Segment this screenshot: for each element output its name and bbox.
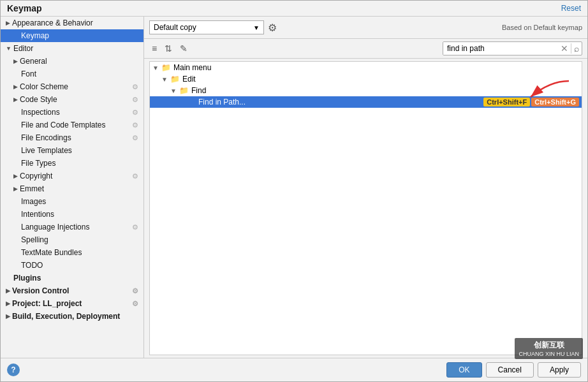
sidebar-item-language-injections[interactable]: Language Injections⚙ bbox=[1, 221, 143, 233]
tree-expand-find: ▼ bbox=[170, 87, 179, 94]
expand-arrow-editor: ▼ bbox=[6, 45, 11, 52]
gear-icon-copyright: ⚙ bbox=[132, 172, 138, 180]
keymap-select-row: Default copy ▼ ⚙ Based on Default keymap bbox=[144, 17, 587, 39]
keymap-dropdown-value: Default copy bbox=[154, 23, 196, 32]
sidebar-item-version-control[interactable]: ▶Version Control⚙ bbox=[1, 284, 143, 297]
expand-arrow-color-scheme: ▶ bbox=[13, 84, 18, 90]
tree-item-edit[interactable]: ▼📁Edit bbox=[150, 73, 582, 85]
sidebar-item-emmet[interactable]: ▶Emmet bbox=[1, 182, 143, 195]
expand-arrow-emmet: ▶ bbox=[13, 186, 18, 192]
sidebar-item-intentions[interactable]: Intentions bbox=[1, 208, 143, 221]
tree-expand-main-menu: ▼ bbox=[152, 64, 161, 71]
expand-arrow-appearance-behavior: ▶ bbox=[6, 20, 10, 26]
search-box: ✕ ⌕ bbox=[443, 41, 582, 55]
reset-link[interactable]: Reset bbox=[561, 4, 581, 13]
gear-icon-color-scheme: ⚙ bbox=[132, 83, 138, 91]
shortcut-find-in-path-0: Ctrl+Shift+F bbox=[483, 98, 530, 107]
sidebar-label-version-control: Version Control bbox=[12, 286, 131, 295]
sidebar-item-plugins[interactable]: Plugins bbox=[1, 272, 143, 284]
apply-button[interactable]: Apply bbox=[538, 362, 581, 378]
sidebar-label-spelling: Spelling bbox=[21, 235, 138, 244]
gear-icon-project: ⚙ bbox=[132, 300, 138, 308]
watermark: 创新互联 CHUANG XIN HU LIAN bbox=[515, 338, 583, 359]
sidebar-item-file-code-templates[interactable]: File and Code Templates⚙ bbox=[1, 119, 143, 131]
sidebar-item-editor[interactable]: ▼Editor bbox=[1, 42, 143, 55]
sidebar-item-keymap[interactable]: Keymap bbox=[1, 29, 143, 42]
sidebar-item-file-encodings[interactable]: File Encodings⚙ bbox=[1, 131, 143, 144]
keymap-dropdown[interactable]: Default copy ▼ bbox=[149, 20, 264, 34]
gear-icon-code-style: ⚙ bbox=[132, 96, 138, 104]
sidebar-item-code-style[interactable]: ▶Code Style⚙ bbox=[1, 93, 143, 106]
sidebar-label-keymap: Keymap bbox=[21, 31, 138, 40]
expand-arrow-build-exec: ▶ bbox=[6, 313, 10, 320]
sidebar-label-general: General bbox=[20, 57, 138, 66]
shortcut-badges-find-in-path: Ctrl+Shift+FCtrl+Shift+G bbox=[483, 98, 579, 107]
settings-sidebar: ▶Appearance & BehaviorKeymap▼Editor▶Gene… bbox=[1, 17, 144, 358]
sidebar-label-copyright: Copyright bbox=[20, 172, 131, 180]
tree-label-edit: Edit bbox=[182, 75, 579, 84]
cancel-button[interactable]: Cancel bbox=[486, 362, 534, 378]
sidebar-label-intentions: Intentions bbox=[21, 210, 138, 219]
sidebar-item-file-types[interactable]: File Types bbox=[1, 157, 143, 170]
sidebar-item-textmate-bundles[interactable]: TextMate Bundles bbox=[1, 246, 143, 259]
search-input[interactable] bbox=[443, 42, 558, 55]
sidebar-item-copyright[interactable]: ▶Copyright⚙ bbox=[1, 170, 143, 182]
sidebar-item-inspections[interactable]: Inspections⚙ bbox=[1, 106, 143, 119]
gear-icon-file-code-templates: ⚙ bbox=[132, 121, 138, 129]
tree-item-find-in-path[interactable]: Find in Path...Ctrl+Shift+FCtrl+Shift+G bbox=[150, 96, 582, 108]
sidebar-label-project: Project: LL_project bbox=[12, 299, 131, 308]
sidebar-label-plugins: Plugins bbox=[13, 274, 138, 283]
gear-settings-icon[interactable]: ⚙ bbox=[268, 22, 277, 34]
sidebar-item-images[interactable]: Images bbox=[1, 195, 143, 208]
sidebar-label-images: Images bbox=[21, 197, 138, 206]
watermark-line1: 创新互联 bbox=[534, 340, 564, 351]
search-clear-icon[interactable]: ✕ bbox=[558, 43, 571, 54]
sidebar-label-color-scheme: Color Scheme bbox=[20, 82, 131, 91]
search-go-icon[interactable]: ⌕ bbox=[571, 43, 582, 54]
folder-icon-main-menu: 📁 bbox=[161, 63, 171, 72]
sidebar-item-live-templates[interactable]: Live Templates bbox=[1, 144, 143, 157]
sidebar-label-emmet: Emmet bbox=[20, 184, 138, 193]
watermark-line2: CHUANG XIN HU LIAN bbox=[518, 351, 579, 357]
sidebar-item-project[interactable]: ▶Project: LL_project⚙ bbox=[1, 297, 143, 310]
sidebar-label-font: Font bbox=[21, 70, 138, 78]
chevron-down-icon: ▼ bbox=[253, 24, 260, 31]
tree-expand-edit: ▼ bbox=[161, 76, 170, 83]
sidebar-item-build-exec[interactable]: ▶Build, Execution, Deployment bbox=[1, 310, 143, 323]
tree-item-main-menu[interactable]: ▼📁Main menu bbox=[150, 62, 582, 73]
sidebar-label-textmate-bundles: TextMate Bundles bbox=[21, 248, 138, 257]
sidebar-label-file-code-templates: File and Code Templates bbox=[21, 121, 131, 129]
gear-icon-file-encodings: ⚙ bbox=[132, 134, 138, 142]
shortcut-find-in-path-1: Ctrl+Shift+G bbox=[531, 98, 579, 107]
help-button[interactable]: ? bbox=[7, 364, 20, 376]
sidebar-label-live-templates: Live Templates bbox=[21, 146, 138, 155]
sidebar-item-todo[interactable]: TODO bbox=[1, 259, 143, 272]
settings-dialog: Keymap Reset ▶Appearance & BehaviorKeyma… bbox=[0, 0, 588, 382]
sidebar-label-file-encodings: File Encodings bbox=[21, 133, 131, 142]
sidebar-label-file-types: File Types bbox=[21, 159, 138, 168]
tree-label-find-in-path: Find in Path... bbox=[198, 98, 483, 107]
sidebar-label-language-injections: Language Injections bbox=[21, 223, 131, 231]
main-content: Default copy ▼ ⚙ Based on Default keymap… bbox=[144, 17, 587, 358]
sidebar-item-font[interactable]: Font bbox=[1, 68, 143, 80]
gear-icon-language-injections: ⚙ bbox=[132, 223, 138, 231]
sort-toolbar-btn[interactable]: ⇅ bbox=[162, 42, 175, 55]
sidebar-item-color-scheme[interactable]: ▶Color Scheme⚙ bbox=[1, 80, 143, 93]
sidebar-item-spelling[interactable]: Spelling bbox=[1, 233, 143, 246]
folder-icon-find: 📁 bbox=[179, 86, 189, 95]
sidebar-item-general[interactable]: ▶General bbox=[1, 55, 143, 68]
sidebar-label-code-style: Code Style bbox=[20, 95, 131, 104]
dialog-header: Keymap Reset bbox=[1, 1, 587, 17]
sidebar-item-appearance-behavior[interactable]: ▶Appearance & Behavior bbox=[1, 17, 143, 29]
keymap-tree: ▼📁Main menu▼📁Edit▼📁FindFind in Path...Ct… bbox=[149, 61, 582, 355]
sidebar-label-build-exec: Build, Execution, Deployment bbox=[12, 312, 138, 321]
folder-icon-edit: 📁 bbox=[170, 75, 180, 84]
keymap-based-label: Based on Default keymap bbox=[502, 24, 582, 31]
edit-toolbar-btn[interactable]: ✎ bbox=[177, 42, 190, 55]
action-toolbar: ≡ ⇅ ✎ ✕ ⌕ bbox=[144, 39, 587, 59]
tree-label-main-menu: Main menu bbox=[173, 63, 579, 72]
ok-button[interactable]: OK bbox=[446, 362, 481, 378]
tree-item-find[interactable]: ▼📁Find bbox=[150, 85, 582, 96]
gear-icon-version-control: ⚙ bbox=[132, 287, 138, 295]
indent-toolbar-btn[interactable]: ≡ bbox=[149, 42, 159, 55]
